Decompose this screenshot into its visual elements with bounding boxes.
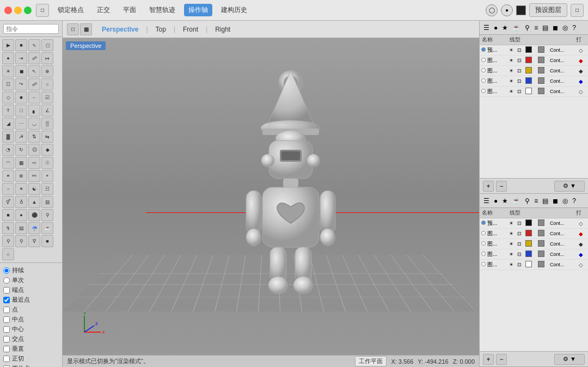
- snap-item-tangent[interactable]: 正切: [3, 354, 59, 363]
- layer-icon-b4[interactable]: ☕: [511, 196, 522, 206]
- tool-a5[interactable]: ☍: [28, 78, 40, 90]
- tool-transform[interactable]: ⇥: [15, 52, 27, 64]
- snap-radio-persist[interactable]: [3, 267, 10, 274]
- layer-icon-b8[interactable]: ◼: [551, 196, 560, 206]
- tool-i5[interactable]: ⚫: [28, 209, 40, 221]
- snap-item-once[interactable]: 单次: [3, 276, 59, 284]
- snap-item-center[interactable]: 中心: [3, 325, 59, 333]
- tool-i2[interactable]: ▤: [41, 196, 53, 208]
- gear-btn-bottom[interactable]: ⚙ ▼: [554, 354, 585, 365]
- maximize-button[interactable]: [24, 7, 32, 14]
- snap-check-nearest[interactable]: [3, 297, 10, 303]
- tool-d2[interactable]: ◡: [28, 118, 40, 130]
- tool-e4[interactable]: ↻: [15, 144, 27, 156]
- tool-i4[interactable]: ●: [15, 209, 27, 221]
- tool-c5[interactable]: ◢: [2, 118, 14, 130]
- tool-dimension[interactable]: ↦: [41, 52, 53, 64]
- layer-icon-b9[interactable]: ◎: [561, 196, 569, 206]
- tool-g5[interactable]: ▫: [2, 183, 14, 195]
- tool-analyze[interactable]: ☍: [28, 52, 40, 64]
- tool-d5[interactable]: ☭: [15, 131, 27, 143]
- layer-icon-2[interactable]: ●: [492, 23, 499, 33]
- layer-icon-b1[interactable]: ☰: [482, 196, 491, 206]
- snap-item-persist[interactable]: 持续: [3, 266, 59, 274]
- tool-i1[interactable]: ▲: [28, 196, 40, 208]
- snap-item-midpoint[interactable]: 中点: [3, 315, 59, 323]
- color-box[interactable]: [516, 5, 526, 15]
- tool-k2[interactable]: ⚲: [15, 235, 27, 247]
- add-layer-btn-bottom[interactable]: +: [483, 354, 494, 365]
- layer-icon-7[interactable]: ▤: [541, 23, 550, 33]
- layer-icon-5[interactable]: ⚲: [523, 23, 531, 33]
- layer-icon-b2[interactable]: ●: [492, 196, 499, 206]
- snap-item-intersection[interactable]: 交点: [3, 335, 59, 343]
- viewport-canvas[interactable]: Perspective: [63, 38, 479, 355]
- tool-d3[interactable]: ▒: [41, 118, 53, 130]
- tool-h3[interactable]: ☷: [41, 183, 53, 195]
- tool-j3[interactable]: ▤: [15, 222, 27, 234]
- layer-icon-6[interactable]: ≡: [532, 23, 540, 33]
- snap-check-endpoint[interactable]: [3, 287, 10, 293]
- tool-h1[interactable]: ☀: [15, 183, 27, 195]
- snap-check-midpoint[interactable]: [3, 316, 10, 323]
- layer-icon-b5[interactable]: ⚲: [523, 196, 531, 206]
- tool-j5[interactable]: ☕: [41, 222, 53, 234]
- workplane-box[interactable]: 工作平面: [355, 356, 387, 366]
- tool-a2[interactable]: ⊕: [41, 65, 53, 77]
- tool-e1[interactable]: ⇅: [28, 131, 40, 143]
- snap-check-quad[interactable]: [3, 365, 10, 368]
- tool-b4[interactable]: ←: [28, 91, 40, 103]
- layer-row[interactable]: 图...☀⊡Cont...◆: [480, 249, 588, 260]
- snap-item-endpoint[interactable]: 端点: [3, 286, 59, 294]
- tool-k5[interactable]: ○: [2, 248, 14, 260]
- tool-c1[interactable]: T: [2, 105, 14, 117]
- layer-icon-10[interactable]: ?: [571, 23, 578, 33]
- tool-select[interactable]: ▶: [2, 39, 14, 51]
- tool-h5[interactable]: ♁: [15, 196, 27, 208]
- tool-g1[interactable]: ⚭: [2, 170, 14, 182]
- layer-icon-b10[interactable]: ?: [571, 196, 578, 206]
- tool-b5[interactable]: ☑: [41, 91, 53, 103]
- remove-layer-btn-bottom[interactable]: −: [496, 354, 507, 365]
- snap-item-point[interactable]: 点: [3, 305, 59, 314]
- layer-row[interactable]: 图...☀⊡Cont...◆: [480, 76, 588, 87]
- lock-grid-btn[interactable]: 锁定格点: [53, 4, 88, 16]
- tool-f5[interactable]: ☉: [41, 157, 53, 169]
- tool-f3[interactable]: ▦: [15, 157, 27, 169]
- panel-icon-right[interactable]: □: [571, 4, 584, 17]
- snap-check-center[interactable]: [3, 326, 10, 333]
- layer-row[interactable]: 图...☀⊡Cont...◆: [480, 239, 588, 249]
- snap-check-tangent[interactable]: [3, 356, 10, 362]
- tool-b1[interactable]: ○: [41, 78, 53, 90]
- layer-row[interactable]: 图...☀⊡Cont...◇: [480, 87, 588, 97]
- circle-btn-2[interactable]: ●: [501, 4, 513, 16]
- tool-k3[interactable]: ∇: [28, 235, 40, 247]
- tool-h4[interactable]: ⚥: [2, 196, 14, 208]
- tool-i3[interactable]: ■: [2, 209, 14, 221]
- layer-icon-b6[interactable]: ≡: [532, 196, 540, 206]
- layer-row[interactable]: 预...☀⊡Cont...◇: [480, 218, 588, 229]
- tool-a3[interactable]: ☷: [2, 78, 14, 90]
- tool-g4[interactable]: ⚬: [41, 170, 53, 182]
- tool-h2[interactable]: ☯: [28, 183, 40, 195]
- snap-check-intersection[interactable]: [3, 336, 10, 342]
- tab-top[interactable]: Top: [150, 24, 171, 35]
- layer-icon-b3[interactable]: ★: [500, 196, 510, 206]
- tool-e5[interactable]: ☹: [28, 144, 40, 156]
- tool-k1[interactable]: ⚲: [2, 235, 14, 247]
- layer-icon-9[interactable]: ◎: [561, 23, 569, 33]
- construction-history-btn[interactable]: 建构历史: [217, 4, 252, 16]
- snap-item-quad[interactable]: 四分点: [3, 364, 59, 367]
- tool-j1[interactable]: ⚲: [41, 209, 53, 221]
- tool-b2[interactable]: ◇: [2, 91, 14, 103]
- tool-a1[interactable]: ↖: [28, 65, 40, 77]
- tool-j4[interactable]: ☔: [28, 222, 40, 234]
- tool-draft[interactable]: ◼: [15, 65, 27, 77]
- snap-check-perp[interactable]: [3, 346, 10, 352]
- tool-curve[interactable]: ∿: [28, 39, 40, 51]
- tab-right[interactable]: Right: [210, 24, 236, 35]
- smart-track-btn[interactable]: 智慧轨迹: [145, 4, 180, 16]
- gear-btn-top[interactable]: ⚙ ▼: [554, 181, 585, 192]
- viewport-grid-icon[interactable]: □: [67, 23, 79, 35]
- tool-a4[interactable]: ↷: [15, 78, 27, 90]
